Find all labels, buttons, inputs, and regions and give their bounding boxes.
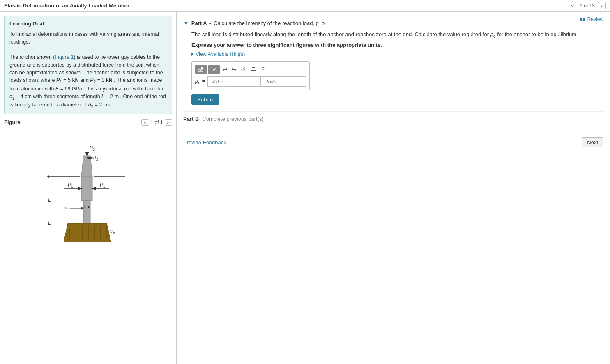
bottom-bar: Provide Feedback Next bbox=[183, 133, 603, 147]
review-button[interactable]: Review bbox=[580, 16, 603, 22]
hint-link[interactable]: View Available Hint(s) bbox=[191, 51, 603, 57]
svg-rect-45 bbox=[251, 69, 252, 69]
figure-header: Figure < 1 of 1 > bbox=[4, 119, 172, 126]
svg-text:P: P bbox=[100, 182, 103, 188]
svg-text:1: 1 bbox=[103, 184, 105, 189]
svg-text:P: P bbox=[90, 145, 93, 151]
learning-goal-title: Learning Goal: bbox=[9, 20, 167, 28]
svg-rect-36 bbox=[201, 67, 203, 69]
submit-button[interactable]: Submit bbox=[191, 94, 219, 105]
part-b-description: Complete previous part(s) bbox=[202, 116, 264, 122]
svg-text:L: L bbox=[48, 174, 51, 180]
part-a-section: ▼ Part A - Calculate the intensity of th… bbox=[183, 20, 603, 105]
svg-rect-19 bbox=[83, 201, 90, 223]
part-a-dash: - bbox=[209, 20, 211, 26]
value-input[interactable] bbox=[207, 76, 261, 87]
answer-toolbar: μA ↩ ↪ ↺ bbox=[195, 65, 306, 74]
part-b-section: Part B Complete previous part(s) bbox=[183, 111, 603, 126]
svg-marker-24 bbox=[64, 223, 111, 242]
feedback-link[interactable]: Provide Feedback bbox=[183, 139, 226, 145]
svg-text:d: d bbox=[93, 155, 96, 160]
help-button[interactable]: ? bbox=[260, 66, 266, 73]
learning-goal-intro: To find axial deformations in cases with… bbox=[9, 30, 167, 46]
part-a-express: Express your answer to three significant… bbox=[191, 42, 603, 48]
main-layout: Learning Goal: To find axial deformation… bbox=[0, 12, 610, 364]
part-a-label: Part A bbox=[191, 20, 207, 26]
page-header: Elastic Deformation of an Axially Loaded… bbox=[0, 0, 610, 12]
svg-rect-41 bbox=[252, 67, 253, 68]
figure-prev-button[interactable]: < bbox=[141, 119, 149, 126]
svg-text:1: 1 bbox=[71, 184, 73, 189]
svg-text:P: P bbox=[68, 182, 71, 188]
figure-nav: < 1 of 1 > bbox=[141, 119, 172, 126]
part-b-label: Part B bbox=[183, 116, 199, 122]
svg-rect-42 bbox=[253, 67, 254, 68]
svg-text:d: d bbox=[65, 205, 68, 210]
matrix-icon bbox=[198, 67, 204, 72]
part-a-header: ▼ Part A - Calculate the intensity of th… bbox=[183, 20, 580, 26]
page-title: Elastic Deformation of an Axially Loaded… bbox=[4, 2, 129, 9]
figure-svg: L L L P 2 d 2 P 1 bbox=[23, 131, 154, 242]
svg-rect-49 bbox=[251, 70, 256, 71]
review-label: Review bbox=[587, 16, 603, 22]
svg-rect-48 bbox=[255, 69, 256, 69]
svg-rect-37 bbox=[198, 70, 200, 72]
svg-rect-38 bbox=[201, 70, 203, 72]
svg-rect-43 bbox=[254, 67, 255, 68]
matrix-button[interactable] bbox=[195, 65, 207, 74]
undo-button[interactable]: ↩ bbox=[221, 66, 229, 73]
svg-text:o: o bbox=[113, 231, 115, 235]
svg-text:L: L bbox=[48, 197, 51, 203]
next-page-button[interactable]: > bbox=[598, 2, 606, 9]
figure-title: Figure bbox=[4, 119, 21, 125]
svg-text:1: 1 bbox=[68, 207, 70, 211]
mu-button[interactable]: μA bbox=[208, 65, 220, 74]
part-a-collapse-arrow[interactable]: ▼ bbox=[183, 20, 189, 26]
learning-goal-body: The anchor shown (Figure 1) is used to t… bbox=[9, 53, 167, 110]
learning-goal-box: Learning Goal: To find axial deformation… bbox=[4, 16, 172, 114]
input-label: po = bbox=[195, 78, 205, 85]
svg-text:p: p bbox=[109, 228, 113, 234]
hint-triangle-icon bbox=[191, 53, 194, 56]
figure-page-label: 1 of 1 bbox=[151, 120, 163, 125]
answer-box: μA ↩ ↪ ↺ bbox=[191, 61, 310, 90]
keyboard-button[interactable] bbox=[249, 66, 258, 73]
svg-rect-40 bbox=[251, 67, 251, 68]
input-row: po = bbox=[195, 76, 306, 87]
part-a-instructions: The soil load is distributed linearly al… bbox=[191, 30, 603, 39]
svg-rect-12 bbox=[81, 176, 92, 201]
svg-rect-44 bbox=[256, 67, 256, 68]
refresh-button[interactable]: ↺ bbox=[239, 66, 247, 73]
part-a-description: Calculate the intensity of the reaction … bbox=[214, 20, 325, 26]
page-indicator: 1 of 13 bbox=[580, 3, 595, 9]
svg-marker-5 bbox=[81, 156, 92, 176]
mu-label: μA bbox=[211, 67, 217, 72]
svg-text:L: L bbox=[48, 220, 51, 226]
svg-rect-35 bbox=[198, 67, 200, 69]
keyboard-icon bbox=[250, 67, 257, 71]
part-a-body: The soil load is distributed linearly al… bbox=[183, 30, 603, 105]
svg-text:2: 2 bbox=[93, 147, 95, 152]
left-panel: Learning Goal: To find axial deformation… bbox=[0, 12, 177, 364]
next-button[interactable]: Next bbox=[582, 137, 603, 147]
svg-text:2: 2 bbox=[96, 157, 98, 161]
figure-link[interactable]: Figure 1 bbox=[55, 54, 74, 60]
svg-rect-47 bbox=[253, 69, 254, 69]
figure-container: L L L P 2 d 2 P 1 bbox=[4, 129, 172, 244]
hint-label: View Available Hint(s) bbox=[196, 51, 245, 57]
prev-page-button[interactable]: < bbox=[569, 2, 576, 9]
figure-next-button[interactable]: > bbox=[165, 119, 172, 126]
units-input[interactable] bbox=[261, 76, 306, 87]
right-panel: Review ▼ Part A - Calculate the intensit… bbox=[177, 12, 610, 364]
svg-rect-46 bbox=[252, 69, 253, 69]
header-nav: < 1 of 13 > bbox=[569, 2, 606, 9]
redo-button[interactable]: ↪ bbox=[230, 66, 238, 73]
